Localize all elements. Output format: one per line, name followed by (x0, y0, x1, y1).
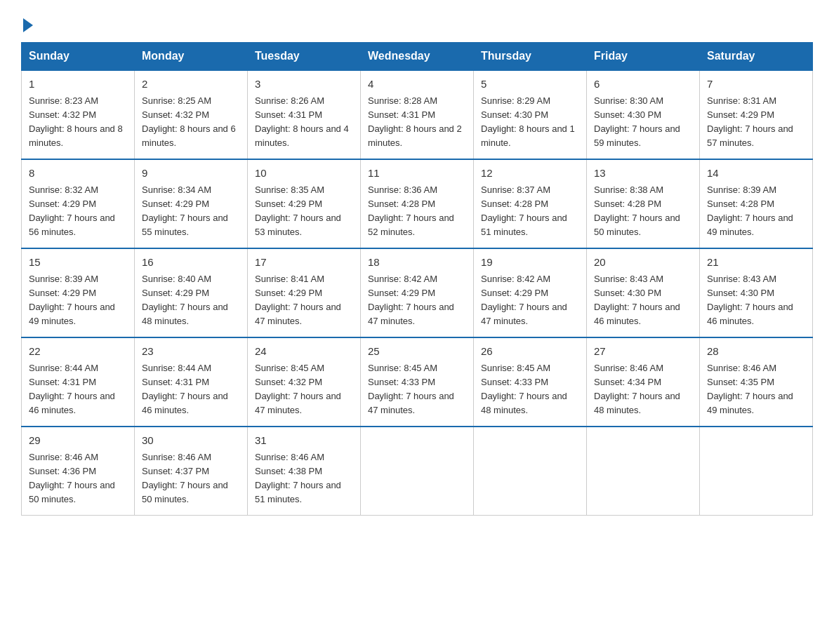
day-info: Sunrise: 8:36 AMSunset: 4:28 PMDaylight:… (368, 183, 466, 240)
calendar-cell: 23Sunrise: 8:44 AMSunset: 4:31 PMDayligh… (135, 337, 248, 427)
page-header (21, 14, 813, 29)
day-number: 4 (368, 76, 466, 93)
calendar-cell: 12Sunrise: 8:37 AMSunset: 4:28 PMDayligh… (474, 159, 587, 248)
day-info: Sunrise: 8:31 AMSunset: 4:29 PMDaylight:… (707, 94, 805, 151)
day-info: Sunrise: 8:45 AMSunset: 4:33 PMDaylight:… (368, 361, 466, 418)
day-number: 23 (142, 344, 240, 360)
day-number: 14 (707, 166, 805, 182)
day-info: Sunrise: 8:35 AMSunset: 4:29 PMDaylight:… (255, 183, 353, 240)
calendar-cell: 21Sunrise: 8:43 AMSunset: 4:30 PMDayligh… (700, 248, 813, 337)
day-info: Sunrise: 8:43 AMSunset: 4:30 PMDaylight:… (707, 272, 805, 329)
day-info: Sunrise: 8:46 AMSunset: 4:36 PMDaylight:… (29, 450, 127, 507)
calendar-week-row: 15Sunrise: 8:39 AMSunset: 4:29 PMDayligh… (22, 248, 813, 337)
calendar-cell (587, 427, 700, 516)
calendar-week-row: 8Sunrise: 8:32 AMSunset: 4:29 PMDaylight… (22, 159, 813, 248)
day-number: 13 (594, 166, 692, 182)
calendar-cell: 18Sunrise: 8:42 AMSunset: 4:29 PMDayligh… (361, 248, 474, 337)
day-info: Sunrise: 8:46 AMSunset: 4:34 PMDaylight:… (594, 361, 692, 418)
calendar-cell: 30Sunrise: 8:46 AMSunset: 4:37 PMDayligh… (135, 427, 248, 516)
day-number: 17 (255, 255, 353, 271)
day-info: Sunrise: 8:42 AMSunset: 4:29 PMDaylight:… (368, 272, 466, 329)
day-number: 19 (481, 255, 579, 271)
calendar-cell: 5Sunrise: 8:29 AMSunset: 4:30 PMDaylight… (474, 70, 587, 159)
calendar-cell: 17Sunrise: 8:41 AMSunset: 4:29 PMDayligh… (248, 248, 361, 337)
day-info: Sunrise: 8:25 AMSunset: 4:32 PMDaylight:… (142, 94, 240, 151)
calendar-cell: 10Sunrise: 8:35 AMSunset: 4:29 PMDayligh… (248, 159, 361, 248)
column-header-sunday: Sunday (22, 43, 135, 71)
day-number: 1 (29, 76, 127, 93)
calendar-week-row: 22Sunrise: 8:44 AMSunset: 4:31 PMDayligh… (22, 337, 813, 427)
day-number: 18 (368, 255, 466, 271)
calendar-cell: 2Sunrise: 8:25 AMSunset: 4:32 PMDaylight… (135, 70, 248, 159)
calendar-cell: 14Sunrise: 8:39 AMSunset: 4:28 PMDayligh… (700, 159, 813, 248)
day-info: Sunrise: 8:41 AMSunset: 4:29 PMDaylight:… (255, 272, 353, 329)
day-number: 30 (142, 433, 240, 449)
calendar-cell (474, 427, 587, 516)
day-number: 9 (142, 166, 240, 182)
calendar-cell: 11Sunrise: 8:36 AMSunset: 4:28 PMDayligh… (361, 159, 474, 248)
calendar-cell: 29Sunrise: 8:46 AMSunset: 4:36 PMDayligh… (22, 427, 135, 516)
day-number: 12 (481, 166, 579, 182)
day-info: Sunrise: 8:45 AMSunset: 4:33 PMDaylight:… (481, 361, 579, 418)
day-number: 3 (255, 76, 353, 93)
day-number: 16 (142, 255, 240, 271)
day-info: Sunrise: 8:46 AMSunset: 4:38 PMDaylight:… (255, 450, 353, 507)
day-info: Sunrise: 8:26 AMSunset: 4:31 PMDaylight:… (255, 94, 353, 151)
calendar-cell: 6Sunrise: 8:30 AMSunset: 4:30 PMDaylight… (587, 70, 700, 159)
calendar-cell: 27Sunrise: 8:46 AMSunset: 4:34 PMDayligh… (587, 337, 700, 427)
day-info: Sunrise: 8:45 AMSunset: 4:32 PMDaylight:… (255, 361, 353, 418)
logo (21, 20, 33, 29)
calendar-header-row: SundayMondayTuesdayWednesdayThursdayFrid… (22, 43, 813, 71)
day-number: 25 (368, 344, 466, 360)
day-number: 20 (594, 255, 692, 271)
calendar-cell: 3Sunrise: 8:26 AMSunset: 4:31 PMDaylight… (248, 70, 361, 159)
calendar-cell: 8Sunrise: 8:32 AMSunset: 4:29 PMDaylight… (22, 159, 135, 248)
calendar-body: 1Sunrise: 8:23 AMSunset: 4:32 PMDaylight… (22, 70, 813, 516)
logo-arrow-icon (23, 18, 33, 32)
day-info: Sunrise: 8:34 AMSunset: 4:29 PMDaylight:… (142, 183, 240, 240)
day-number: 22 (29, 344, 127, 360)
column-header-monday: Monday (135, 43, 248, 71)
calendar-cell: 13Sunrise: 8:38 AMSunset: 4:28 PMDayligh… (587, 159, 700, 248)
day-number: 5 (481, 76, 579, 93)
day-number: 29 (29, 433, 127, 449)
calendar-cell: 7Sunrise: 8:31 AMSunset: 4:29 PMDaylight… (700, 70, 813, 159)
day-number: 2 (142, 76, 240, 93)
day-info: Sunrise: 8:23 AMSunset: 4:32 PMDaylight:… (29, 94, 127, 151)
calendar-cell: 1Sunrise: 8:23 AMSunset: 4:32 PMDaylight… (22, 70, 135, 159)
day-number: 7 (707, 76, 805, 93)
calendar-cell (700, 427, 813, 516)
day-info: Sunrise: 8:40 AMSunset: 4:29 PMDaylight:… (142, 272, 240, 329)
day-number: 8 (29, 166, 127, 182)
calendar-cell: 19Sunrise: 8:42 AMSunset: 4:29 PMDayligh… (474, 248, 587, 337)
calendar-week-row: 1Sunrise: 8:23 AMSunset: 4:32 PMDaylight… (22, 70, 813, 159)
calendar-cell: 15Sunrise: 8:39 AMSunset: 4:29 PMDayligh… (22, 248, 135, 337)
column-header-saturday: Saturday (700, 43, 813, 71)
day-number: 11 (368, 166, 466, 182)
day-info: Sunrise: 8:46 AMSunset: 4:37 PMDaylight:… (142, 450, 240, 507)
calendar-cell: 9Sunrise: 8:34 AMSunset: 4:29 PMDaylight… (135, 159, 248, 248)
day-info: Sunrise: 8:28 AMSunset: 4:31 PMDaylight:… (368, 94, 466, 151)
day-number: 15 (29, 255, 127, 271)
day-info: Sunrise: 8:37 AMSunset: 4:28 PMDaylight:… (481, 183, 579, 240)
day-info: Sunrise: 8:39 AMSunset: 4:29 PMDaylight:… (29, 272, 127, 329)
calendar-table: SundayMondayTuesdayWednesdayThursdayFrid… (21, 42, 813, 516)
calendar-cell: 26Sunrise: 8:45 AMSunset: 4:33 PMDayligh… (474, 337, 587, 427)
calendar-cell: 28Sunrise: 8:46 AMSunset: 4:35 PMDayligh… (700, 337, 813, 427)
day-info: Sunrise: 8:44 AMSunset: 4:31 PMDaylight:… (29, 361, 127, 418)
day-info: Sunrise: 8:46 AMSunset: 4:35 PMDaylight:… (707, 361, 805, 418)
day-info: Sunrise: 8:43 AMSunset: 4:30 PMDaylight:… (594, 272, 692, 329)
day-info: Sunrise: 8:38 AMSunset: 4:28 PMDaylight:… (594, 183, 692, 240)
column-header-thursday: Thursday (474, 43, 587, 71)
column-header-wednesday: Wednesday (361, 43, 474, 71)
calendar-cell: 4Sunrise: 8:28 AMSunset: 4:31 PMDaylight… (361, 70, 474, 159)
column-header-tuesday: Tuesday (248, 43, 361, 71)
day-info: Sunrise: 8:30 AMSunset: 4:30 PMDaylight:… (594, 94, 692, 151)
calendar-cell: 20Sunrise: 8:43 AMSunset: 4:30 PMDayligh… (587, 248, 700, 337)
day-number: 27 (594, 344, 692, 360)
calendar-cell: 25Sunrise: 8:45 AMSunset: 4:33 PMDayligh… (361, 337, 474, 427)
day-number: 26 (481, 344, 579, 360)
day-info: Sunrise: 8:42 AMSunset: 4:29 PMDaylight:… (481, 272, 579, 329)
day-info: Sunrise: 8:32 AMSunset: 4:29 PMDaylight:… (29, 183, 127, 240)
calendar-week-row: 29Sunrise: 8:46 AMSunset: 4:36 PMDayligh… (22, 427, 813, 516)
